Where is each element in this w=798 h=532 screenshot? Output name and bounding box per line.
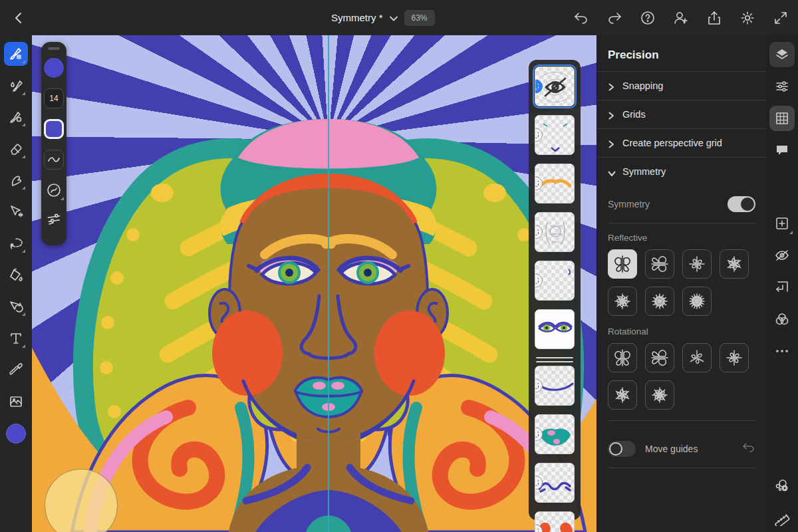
section-symmetry[interactable]: Symmetry [597,157,766,186]
layer-transform-icon[interactable] [769,275,795,300]
reflect-2-vertical-icon[interactable] [608,249,637,279]
brush-options-panel: 14 [41,42,66,245]
layer-thumbnail-eyes[interactable] [535,309,575,349]
layer-thumbnail-eyebrows[interactable] [535,164,575,203]
motion-icon[interactable] [769,473,795,499]
move-guides-toggle[interactable] [608,441,636,457]
rotate-2-vertical-icon[interactable] [608,343,637,372]
rotate-8-icon[interactable] [645,380,674,410]
pixel-brush-tool[interactable] [4,42,28,66]
top-bar: Symmetry * 63% [0,0,798,35]
section-label: Grids [622,109,646,120]
move-guides-label: Move guides [645,444,733,454]
undo-icon[interactable] [573,10,589,26]
brush-size-field[interactable]: 14 [44,88,64,108]
layer-thumbnail-squiggle[interactable] [535,463,575,503]
reflect-12-icon[interactable] [645,287,674,316]
rotate-2-horizontal-icon[interactable] [645,343,674,372]
panel-drag-handle[interactable] [48,47,60,50]
smudge-tool[interactable] [4,168,28,192]
section-grids[interactable]: Grids [597,100,766,128]
reflect-6-icon[interactable] [720,249,749,279]
text-tool[interactable] [4,327,28,350]
rotate-3-icon[interactable] [682,343,712,372]
comments-icon[interactable] [769,138,795,163]
chevron-down-icon [608,168,614,175]
layer-thumbnail-chin-marks[interactable] [535,115,575,155]
zoom-level-badge[interactable]: 63% [404,10,435,26]
eyedropper-tool[interactable] [4,358,28,382]
layer-thumbnail-red-shapes[interactable] [535,511,575,532]
canvas-artwork [32,35,597,532]
brush-settings-icon[interactable] [44,209,64,229]
layer-thumbnail-face-sketch[interactable] [535,212,575,252]
chevron-right-icon [608,140,614,146]
section-label: Create perspective grid [622,138,722,148]
fill-tool[interactable] [4,263,28,287]
smoothing-icon[interactable] [44,150,64,170]
rotational-label: Rotational [608,327,755,336]
title-dropdown-icon[interactable] [390,12,398,24]
rotate-6-icon[interactable] [608,380,637,410]
precision-panel: Precision Snapping Grids Create perspect… [597,35,766,532]
panel-title: Precision [597,35,766,71]
layers-icon[interactable] [769,42,795,67]
blend-mode-icon[interactable] [769,307,795,332]
settings-gear-icon[interactable] [739,10,755,26]
hide-layer-icon[interactable] [769,243,795,268]
live-brush-tool[interactable] [4,74,28,98]
precision-icon[interactable] [769,106,795,131]
stabilizer-icon[interactable] [44,180,64,200]
canvas[interactable]: 14 [32,35,597,532]
eraser-tool[interactable] [4,137,28,161]
left-toolbar [0,35,32,532]
chevron-right-icon [608,82,614,89]
reflect-2-horizontal-icon[interactable] [645,249,674,279]
rotational-options [608,343,755,410]
symmetry-toggle[interactable] [728,196,755,212]
shapes-tool[interactable] [4,295,28,319]
more-options-icon[interactable] [769,338,795,364]
collapsed-layers-divider [536,357,573,358]
back-button[interactable] [9,9,27,27]
add-layer-icon[interactable] [769,211,795,236]
reflect-4-icon[interactable] [682,249,712,279]
layer-thumbnail-lips[interactable] [535,414,575,454]
reflect-16-icon[interactable] [682,287,712,316]
right-rail [766,35,798,532]
section-label: Snapping [622,80,663,91]
reflect-8-icon[interactable] [608,287,637,316]
symmetry-guide-line[interactable] [328,35,329,532]
brush-color-dot[interactable] [44,58,64,78]
reflective-options [608,249,755,316]
reset-guides-icon[interactable] [742,442,755,456]
layer-thumbnail-tiny-mark[interactable] [535,261,575,301]
place-image-tool[interactable] [4,390,28,414]
collapsed-layers-divider [536,361,573,362]
invite-icon[interactable] [673,10,689,26]
symmetry-toggle-label: Symmetry [608,199,650,209]
color-swatch-selected[interactable] [44,119,64,139]
move-tool[interactable] [4,200,28,224]
share-icon[interactable] [706,10,722,26]
brush-settings-rail-icon[interactable] [769,74,795,99]
chevron-right-icon [608,111,614,118]
redo-icon[interactable] [606,10,622,26]
current-color-swatch[interactable] [6,424,26,444]
ruler-icon[interactable] [769,505,795,531]
layer-thumbnail-sketch[interactable] [535,66,575,106]
rotate-4-icon[interactable] [720,343,749,372]
section-label: Symmetry [622,166,666,177]
layer-thumbnail-chin-line[interactable] [535,366,575,406]
document-title: Symmetry * [331,12,383,23]
fullscreen-icon[interactable] [773,10,789,26]
lasso-tool[interactable] [4,231,28,255]
section-perspective-grid[interactable]: Create perspective grid [597,128,766,157]
layers-strip-panel [529,60,581,520]
vector-brush-tool[interactable] [4,105,28,129]
reflective-label: Reflective [608,233,755,243]
section-snapping[interactable]: Snapping [597,71,766,100]
help-icon[interactable] [640,10,656,26]
